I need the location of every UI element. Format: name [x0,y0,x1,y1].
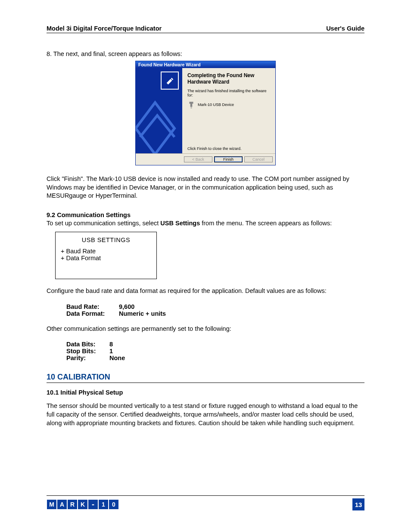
perm-value: 1 [109,348,113,355]
cancel-button[interactable]: Cancel [244,156,273,162]
wizard-sidebar [136,68,182,153]
wizard-finish-note: Click Finish to close the wizard. [187,146,242,151]
mark-10-logo: M A R K - 1 0 [47,499,119,510]
perm-value: None [109,355,125,361]
logo-cell: - [88,499,98,510]
page-footer: M A R K - 1 0 13 [47,495,364,510]
perm-label: Parity: [66,355,109,361]
usb-menu-data-format: + Data Format [61,255,151,261]
wizard-footer: < Back Finish Cancel [136,153,275,165]
back-button[interactable]: < Back [184,156,212,162]
default-label: Data Format: [66,310,119,317]
default-label: Baud Rate: [66,303,119,310]
default-value: Numeric + units [119,310,166,317]
perm-value: 8 [109,341,113,348]
header-right: User's Guide [326,25,364,32]
logo-cell: 0 [109,499,119,510]
usb-menu-baud-rate: + Baud Rate [61,248,151,255]
hardware-wizard-dialog: Found New Hardware Wizard Completing the… [135,61,276,165]
wizard-titlebar: Found New Hardware Wizard [136,61,275,68]
after-wizard-paragraph: Click "Finish". The Mark-10 USB device i… [47,175,364,200]
wizard-sidebar-art [136,90,182,153]
logo-cell: R [67,499,78,510]
wizard-heading: Completing the Found New Hardware Wizard [187,72,270,85]
section-10-1-body: The sensor should be mounted vertically … [47,402,364,427]
header-left: Model 3i Digital Force/Torque Indicator [47,25,162,32]
default-values-block: Baud Rate:9,600 Data Format:Numeric + un… [66,303,364,317]
section-9-2-intro: To set up communication settings, select… [47,219,364,228]
logo-cell: M [47,499,57,510]
hardware-icon [161,72,179,90]
step-8-text: 8. The next, and final, screen appears a… [47,50,364,57]
permanent-settings-line: Other communication settings are permane… [47,325,364,333]
configure-line: Configure the baud rate and data format … [47,287,364,296]
section-9-2-heading: 9.2 Communication Settings [47,212,364,218]
logo-cell: A [57,499,67,510]
finish-button[interactable]: Finish [214,156,243,162]
default-value: 9,600 [119,303,134,310]
wizard-subtext: The wizard has finished installing the s… [187,89,270,97]
logo-cell: 1 [98,499,109,510]
perm-label: Stop Bits: [66,348,109,355]
usb-device-icon [187,101,195,109]
usb-settings-title: USB SETTINGS [61,236,151,243]
perm-label: Data Bits: [66,341,109,348]
permanent-values-block: Data Bits:8 Stop Bits:1 Parity:None [66,341,364,361]
section-10-1-heading: 10.1 Initial Physical Setup [47,389,364,396]
page-header: Model 3i Digital Force/Torque Indicator … [47,25,364,33]
page-number: 13 [352,498,364,510]
section-10-heading: 10 CALIBRATION [47,373,364,383]
usb-settings-screen: USB SETTINGS + Baud Rate + Data Format [55,232,157,279]
wizard-device-name: Mark-10 USB Device [198,103,234,107]
logo-cell: K [78,499,88,510]
